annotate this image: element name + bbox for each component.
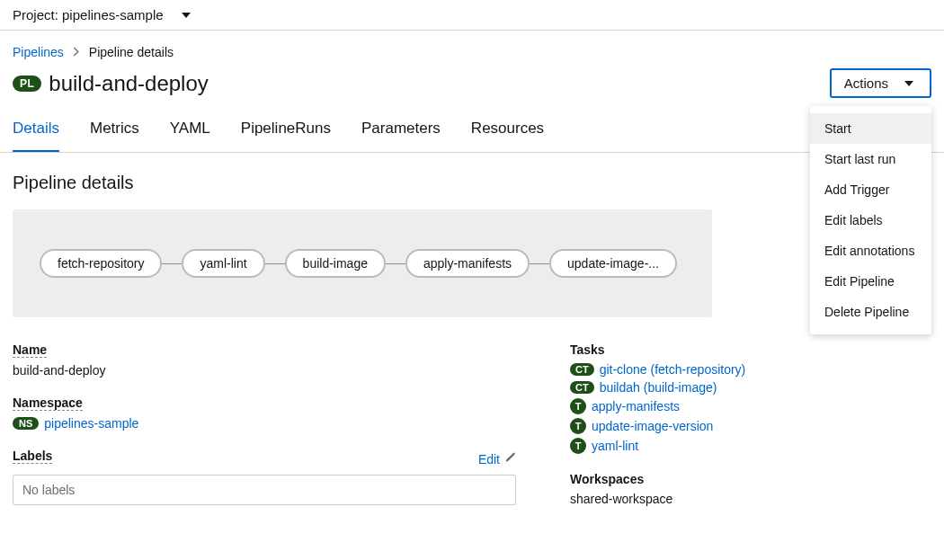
tab-parameters[interactable]: Parameters (361, 109, 441, 152)
title-group: PL build-and-deploy (13, 71, 209, 96)
chevron-right-icon (73, 45, 80, 59)
details-column-left: Name build-and-deploy Namespace NS pipel… (13, 342, 516, 524)
task-row: T apply-manifests (570, 398, 931, 414)
field-label-namespace: Namespace (13, 396, 83, 411)
menu-item-edit-labels[interactable]: Edit labels (810, 205, 931, 236)
connector-line (386, 263, 405, 264)
project-label: Project: pipelines-sample (13, 7, 164, 22)
menu-item-add-trigger[interactable]: Add Trigger (810, 174, 931, 205)
tab-yaml[interactable]: YAML (170, 109, 210, 152)
breadcrumb-current: Pipeline details (89, 45, 174, 59)
task-row: CT git-clone (fetch-repository) (570, 362, 931, 377)
task-row: T yaml-lint (570, 438, 931, 454)
edit-text: Edit (478, 452, 500, 467)
tabs: Details Metrics YAML PipelineRuns Parame… (0, 109, 944, 153)
caret-down-icon (904, 81, 913, 86)
no-labels-box: No labels (13, 475, 516, 505)
task-link-git-clone[interactable]: git-clone (fetch-repository) (600, 362, 746, 377)
connector-line (530, 263, 549, 264)
menu-item-start[interactable]: Start (810, 113, 931, 144)
caret-down-icon (182, 13, 191, 18)
tab-details[interactable]: Details (13, 109, 59, 152)
section-title: Pipeline details (13, 173, 931, 193)
clustertask-badge: CT (570, 381, 594, 394)
pipeline-graph: fetch-repository yaml-lint build-image a… (13, 209, 712, 317)
task-row: CT buildah (build-image) (570, 380, 931, 395)
pipeline-node-update-image[interactable]: update-image-... (549, 249, 677, 278)
menu-item-delete-pipeline[interactable]: Delete Pipeline (810, 297, 931, 327)
task-link-yaml-lint[interactable]: yaml-lint (592, 439, 638, 453)
tab-resources[interactable]: Resources (471, 109, 544, 152)
pipeline-node-fetch-repository[interactable]: fetch-repository (40, 249, 162, 278)
field-label-tasks: Tasks (570, 342, 931, 357)
task-badge: T (570, 438, 586, 454)
page-title: build-and-deploy (49, 71, 208, 96)
content: Pipeline details fetch-repository yaml-l… (0, 153, 944, 544)
namespace-link[interactable]: pipelines-sample (44, 416, 138, 431)
pipeline-node-build-image[interactable]: build-image (285, 249, 386, 278)
project-bar: Project: pipelines-sample (0, 0, 944, 31)
page-header: PL build-and-deploy Actions Start Start … (0, 67, 944, 109)
actions-menu: Start Start last run Add Trigger Edit la… (810, 106, 931, 334)
project-selector[interactable]: Project: pipelines-sample (13, 7, 191, 22)
workspace-value: shared-workspace (570, 492, 931, 506)
breadcrumb-root[interactable]: Pipelines (13, 45, 64, 59)
task-row: T update-image-version (570, 418, 931, 434)
task-badge: T (570, 398, 586, 414)
task-badge: T (570, 418, 586, 434)
actions-button[interactable]: Actions (830, 68, 931, 98)
edit-labels-link[interactable]: Edit (478, 452, 516, 467)
task-link-apply-manifests[interactable]: apply-manifests (592, 399, 680, 413)
tab-metrics[interactable]: Metrics (90, 109, 139, 152)
pipeline-node-yaml-lint[interactable]: yaml-lint (182, 249, 264, 278)
field-label-workspaces: Workspaces (570, 472, 931, 486)
details-grid: Name build-and-deploy Namespace NS pipel… (13, 342, 931, 524)
connector-line (162, 263, 182, 264)
actions-label: Actions (844, 76, 888, 91)
connector-line (265, 263, 285, 264)
menu-item-edit-pipeline[interactable]: Edit Pipeline (810, 266, 931, 297)
tab-pipelineruns[interactable]: PipelineRuns (241, 109, 331, 152)
pencil-icon (504, 452, 516, 467)
menu-item-edit-annotations[interactable]: Edit annotations (810, 236, 931, 266)
details-column-right: Tasks CT git-clone (fetch-repository) CT… (570, 342, 931, 524)
breadcrumb: Pipelines Pipeline details (0, 31, 944, 67)
namespace-badge: NS (13, 417, 39, 430)
task-link-buildah[interactable]: buildah (build-image) (600, 380, 717, 395)
pipeline-badge: PL (13, 76, 41, 92)
clustertask-badge: CT (570, 363, 594, 376)
pipeline-node-apply-manifests[interactable]: apply-manifests (405, 249, 530, 278)
menu-item-start-last-run[interactable]: Start last run (810, 144, 931, 174)
field-label-name: Name (13, 342, 47, 358)
task-list: CT git-clone (fetch-repository) CT build… (570, 362, 931, 454)
field-value-name: build-and-deploy (13, 363, 516, 378)
field-label-labels: Labels (13, 449, 52, 464)
task-link-update-image-version[interactable]: update-image-version (592, 419, 713, 433)
